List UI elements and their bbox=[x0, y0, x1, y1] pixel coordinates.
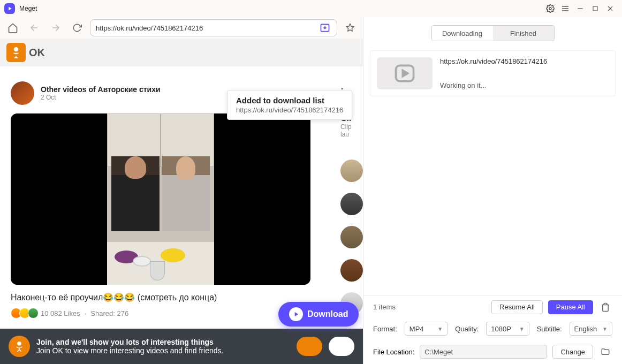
download-url: https://ok.ru/video/7451862174216 bbox=[440, 57, 609, 65]
svg-rect-5 bbox=[593, 6, 597, 11]
app-icon bbox=[4, 3, 15, 14]
webpage-content: OK Other videos of Авторские стихи 2 Oct bbox=[0, 39, 363, 364]
ok-logo[interactable]: OK bbox=[6, 43, 45, 62]
side-thumb[interactable] bbox=[340, 160, 363, 182]
ok-brand-text: OK bbox=[29, 47, 45, 59]
banner-ok-icon bbox=[9, 336, 30, 357]
post-date: 2 Oct bbox=[41, 94, 161, 101]
download-panel: Downloading Finished https://ok.ru/video… bbox=[363, 17, 622, 364]
video-player[interactable] bbox=[11, 113, 310, 285]
quality-label: Quality: bbox=[455, 325, 479, 333]
side-sub2: lau bbox=[340, 131, 363, 138]
download-bar-icon bbox=[289, 307, 303, 321]
download-thumb bbox=[377, 57, 433, 89]
tab-finished[interactable]: Finished bbox=[493, 26, 554, 41]
join-banner: Join, and we'll show you lots of interes… bbox=[0, 329, 363, 364]
ok-header: OK bbox=[0, 39, 363, 66]
minimize-button[interactable] bbox=[573, 1, 588, 16]
location-label: File Location: bbox=[373, 348, 414, 356]
download-label: Download bbox=[307, 309, 348, 319]
forward-button[interactable] bbox=[47, 19, 64, 36]
chevron-down-icon: ▼ bbox=[602, 326, 608, 332]
url-field[interactable]: https://ok.ru/video/7451862174216 bbox=[90, 19, 337, 36]
app-title: Meget bbox=[19, 5, 37, 12]
chevron-down-icon: ▼ bbox=[437, 326, 443, 332]
options-row: Format: MP4▼ Quality: 1080P▼ Subtitle: E… bbox=[363, 318, 622, 339]
side-thumb[interactable] bbox=[340, 259, 363, 282]
likes-count[interactable]: 10 082 Likes bbox=[41, 309, 80, 317]
svg-point-13 bbox=[17, 342, 21, 346]
post-title: Наконец-то её проучил😂😂😂 (смотреть до ко… bbox=[11, 292, 352, 302]
url-text: https://ok.ru/video/7451862174216 bbox=[96, 24, 318, 32]
download-queue-icon[interactable] bbox=[318, 21, 331, 34]
post-author[interactable]: Other videos of Авторские стихи bbox=[41, 85, 161, 94]
location-row: File Location: C:\Meget Change bbox=[363, 339, 622, 364]
banner-secondary-button[interactable] bbox=[329, 337, 354, 356]
side-thumb[interactable] bbox=[340, 226, 363, 248]
download-tabs: Downloading Finished bbox=[431, 25, 555, 41]
reload-button[interactable] bbox=[69, 19, 86, 36]
svg-point-10 bbox=[342, 88, 343, 89]
author-avatar[interactable] bbox=[11, 81, 34, 105]
pin-icon[interactable] bbox=[342, 19, 359, 36]
action-row: 1 items Resume All Pause All bbox=[363, 295, 622, 318]
svg-point-9 bbox=[14, 47, 18, 51]
banner-line1: Join, and we'll show you lots of interes… bbox=[36, 338, 290, 346]
folder-icon[interactable] bbox=[598, 345, 612, 359]
chevron-down-icon: ▼ bbox=[519, 326, 525, 332]
resume-all-button[interactable]: Resume All bbox=[491, 300, 543, 314]
toast-url: https://ok.ru/video/7451862174216 bbox=[236, 106, 343, 114]
delete-icon[interactable] bbox=[598, 300, 612, 314]
banner-join-button[interactable] bbox=[297, 337, 322, 356]
back-button[interactable] bbox=[26, 19, 43, 36]
shared-count[interactable]: Shared: 276 bbox=[90, 309, 128, 317]
tab-downloading[interactable]: Downloading bbox=[432, 26, 493, 41]
home-button[interactable] bbox=[4, 19, 21, 36]
download-toast: Added to download list https://ok.ru/vid… bbox=[227, 90, 352, 120]
side-sub1: Clip bbox=[340, 123, 363, 131]
format-select[interactable]: MP4▼ bbox=[405, 322, 447, 336]
settings-icon[interactable] bbox=[543, 1, 558, 16]
location-field[interactable]: C:\Meget bbox=[420, 345, 547, 359]
titlebar: Meget bbox=[0, 0, 622, 17]
format-label: Format: bbox=[373, 325, 397, 333]
menu-icon[interactable] bbox=[558, 1, 573, 16]
reactions[interactable] bbox=[11, 308, 36, 318]
address-bar: https://ok.ru/video/7451862174216 bbox=[0, 17, 363, 39]
download-button[interactable]: Download bbox=[278, 302, 359, 327]
pause-all-button[interactable]: Pause All bbox=[548, 300, 593, 314]
download-list: https://ok.ru/video/7451862174216 Workin… bbox=[363, 45, 622, 295]
subtitle-select[interactable]: English▼ bbox=[570, 322, 612, 336]
download-item[interactable]: https://ok.ru/video/7451862174216 Workin… bbox=[370, 50, 616, 96]
svg-point-0 bbox=[549, 7, 551, 10]
banner-line2: Join OK to view more interesting videos … bbox=[36, 346, 290, 355]
maximize-button[interactable] bbox=[588, 1, 603, 16]
toast-title: Added to download list bbox=[236, 96, 343, 105]
change-button[interactable]: Change bbox=[552, 345, 593, 359]
ok-logo-icon bbox=[6, 43, 26, 62]
side-column: Cli Clip lau bbox=[340, 113, 363, 315]
browser-pane: https://ok.ru/video/7451862174216 OK bbox=[0, 17, 363, 364]
side-thumb[interactable] bbox=[340, 193, 363, 215]
subtitle-label: Subtitle: bbox=[537, 325, 562, 333]
close-button[interactable] bbox=[603, 1, 618, 16]
download-status: Working on it... bbox=[440, 81, 609, 89]
items-count: 1 items bbox=[373, 303, 486, 311]
quality-select[interactable]: 1080P▼ bbox=[486, 322, 529, 336]
